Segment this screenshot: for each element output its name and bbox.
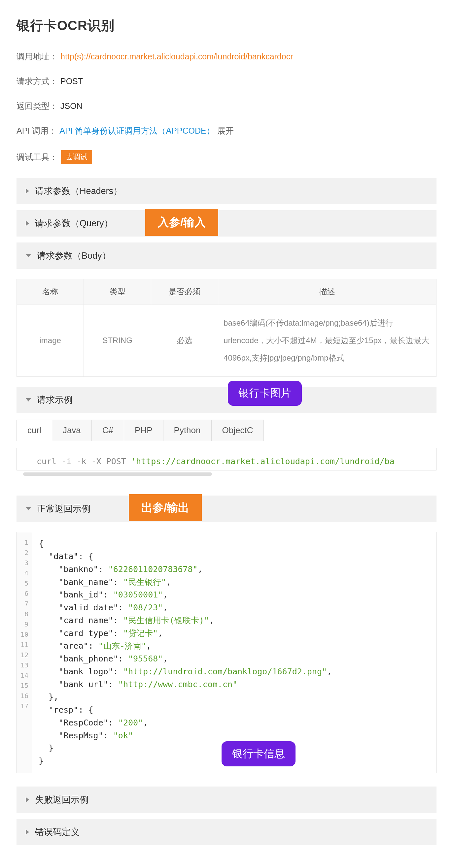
curl-url: 'https://cardnoocr.market.alicloudapi.co… bbox=[131, 457, 395, 466]
chevron-right-icon bbox=[26, 221, 29, 226]
debug-button[interactable]: 去调试 bbox=[61, 150, 92, 164]
td-desc: base64编码(不传data:image/png;base64)后进行urle… bbox=[218, 305, 436, 377]
meta-url-link[interactable]: http(s)://cardnoocr.market.alicloudapi.c… bbox=[60, 52, 293, 61]
accordion-normal-response[interactable]: 正常返回示例 bbox=[17, 496, 436, 522]
chevron-right-icon bbox=[26, 188, 29, 194]
accordion-normal-label: 正常返回示例 bbox=[37, 503, 90, 515]
th-type: 类型 bbox=[84, 279, 151, 305]
json-response-box: 1234567891011121314151617 { "data": { "b… bbox=[17, 532, 436, 773]
meta-return-label: 返回类型： bbox=[17, 101, 58, 112]
tab-java[interactable]: Java bbox=[52, 420, 92, 441]
tab-curl[interactable]: curl bbox=[17, 420, 52, 441]
accordion-error-label: 错误码定义 bbox=[35, 826, 80, 838]
chevron-down-icon bbox=[26, 254, 31, 257]
meta-debug: 调试工具： 去调试 bbox=[17, 150, 436, 164]
meta-url: 调用地址： http(s)://cardnoocr.market.aliclou… bbox=[17, 51, 436, 62]
curl-prefix: curl -i -k -X POST bbox=[37, 457, 131, 466]
tab-python[interactable]: Python bbox=[163, 420, 211, 441]
accordion-body-label: 请求参数（Body） bbox=[37, 250, 111, 261]
accordion-reqex-label: 请求示例 bbox=[37, 394, 73, 406]
accordion-query[interactable]: 请求参数（Query） bbox=[17, 210, 436, 237]
meta-method-label: 请求方式： bbox=[17, 76, 58, 87]
params-table: 名称 类型 是否必须 描述 image STRING 必选 base64编码(不… bbox=[17, 279, 436, 377]
meta-api-label: API 调用： bbox=[17, 125, 57, 136]
meta-url-label: 调用地址： bbox=[17, 51, 58, 62]
accordion-headers-label: 请求参数（Headers） bbox=[35, 185, 122, 197]
chevron-right-icon bbox=[26, 829, 29, 835]
accordion-headers[interactable]: 请求参数（Headers） bbox=[17, 178, 436, 204]
th-desc: 描述 bbox=[218, 279, 436, 305]
accordion-query-label: 请求参数（Query） bbox=[35, 217, 113, 229]
th-name: 名称 bbox=[17, 279, 84, 305]
meta-method: 请求方式： POST bbox=[17, 76, 436, 87]
accordion-body[interactable]: 请求参数（Body） bbox=[17, 243, 436, 269]
badge-output: 出参/输出 bbox=[129, 494, 202, 521]
chevron-down-icon bbox=[26, 507, 31, 510]
table-header-row: 名称 类型 是否必须 描述 bbox=[17, 279, 436, 305]
tab-csharp[interactable]: C# bbox=[91, 420, 124, 441]
accordion-fail-response[interactable]: 失败返回示例 bbox=[17, 786, 436, 813]
code-gutter bbox=[17, 448, 32, 470]
json-line-numbers: 1234567891011121314151617 bbox=[17, 532, 32, 773]
json-response-code: { "data": { "bankno": "6226011020783678"… bbox=[32, 532, 436, 773]
curl-code: curl -i -k -X POST 'https://cardnoocr.ma… bbox=[17, 448, 436, 470]
badge-input: 入参/输入 bbox=[145, 209, 218, 236]
td-required: 必选 bbox=[151, 305, 218, 377]
accordion-request-example[interactable]: 请求示例 bbox=[17, 386, 436, 413]
badge-bank-image: 银行卡图片 bbox=[228, 381, 302, 406]
lang-tabs: curl Java C# PHP Python ObjectC bbox=[17, 420, 436, 441]
accordion-error-codes[interactable]: 错误码定义 bbox=[17, 819, 436, 845]
meta-api-link[interactable]: API 简单身份认证调用方法（APPCODE） bbox=[59, 125, 215, 136]
horizontal-scrollbar[interactable] bbox=[23, 472, 212, 476]
chevron-down-icon bbox=[26, 398, 31, 402]
badge-bank-info: 银行卡信息 bbox=[222, 741, 295, 766]
meta-method-val: POST bbox=[60, 76, 83, 86]
chevron-right-icon bbox=[26, 797, 29, 802]
tab-php[interactable]: PHP bbox=[124, 420, 163, 441]
meta-return: 返回类型： JSON bbox=[17, 101, 436, 112]
th-required: 是否必须 bbox=[151, 279, 218, 305]
meta-return-val: JSON bbox=[60, 101, 83, 111]
meta-api-call: API 调用： API 简单身份认证调用方法（APPCODE） 展开 bbox=[17, 125, 436, 136]
accordion-fail-label: 失败返回示例 bbox=[35, 794, 88, 806]
page-title: 银行卡OCR识别 bbox=[17, 17, 436, 35]
meta-api-expand[interactable]: 展开 bbox=[217, 125, 234, 136]
table-row: image STRING 必选 base64编码(不传data:image/pn… bbox=[17, 305, 436, 377]
tab-objectc[interactable]: ObjectC bbox=[211, 420, 264, 441]
td-type: STRING bbox=[84, 305, 151, 377]
meta-debug-label: 调试工具： bbox=[17, 152, 58, 163]
td-name: image bbox=[17, 305, 84, 377]
